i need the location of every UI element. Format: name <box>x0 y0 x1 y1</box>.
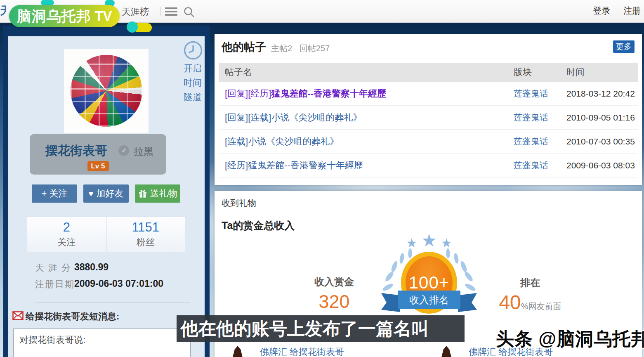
col-post-name: 帖子名 <box>225 66 514 78</box>
site-logo-partial: 天 <box>0 3 6 17</box>
income-column: 收入赏金 320 <box>293 275 375 312</box>
rank-label: 排在 <box>483 276 578 289</box>
gifts-title: 收到礼物 <box>222 197 256 209</box>
toutiao-watermark: 头条 @脑洞乌托邦 <box>496 327 644 351</box>
message-label-row: 给摆花街表哥发短消息: <box>12 310 194 323</box>
register-date-value: 2009-06-03 07:01:00 <box>74 278 163 289</box>
following-stat[interactable]: 2 关注 <box>27 217 106 253</box>
send-message-label: 给摆花街表哥发短消息: <box>26 310 119 323</box>
message-input-box <box>13 329 191 357</box>
gift-icon <box>138 189 147 198</box>
table-row: [回复][经历]猛鬼差館--香港警察十年經歷 莲蓬鬼话 2018-03-12 2… <box>219 82 638 106</box>
level-badge: Lv 5 <box>87 161 109 171</box>
follow-button[interactable]: + 关注 <box>32 184 77 203</box>
heart-icon: ♥ <box>89 189 94 199</box>
profile-actions: + 关注 ♥ 加好友 送礼物 <box>8 184 205 203</box>
login-link[interactable]: 登录 <box>593 6 610 15</box>
envelope-icon <box>12 311 24 320</box>
posts-table-body: [回复][经历]猛鬼差館--香港警察十年經歷 莲蓬鬼话 2018-03-12 2… <box>219 82 638 177</box>
profile-sidebar-frame: 开启 时间 隧道 摆花街表哥 ♂ 拉黑 Lv 5 + 关注 ♥ 加好友 <box>3 26 210 357</box>
post-title-link[interactable]: [连载]小说《尖沙咀的葬礼》 <box>225 135 514 148</box>
main-posts-count: 主帖2 <box>271 43 292 54</box>
rank-suffix: %网友前面 <box>521 302 561 311</box>
board-link[interactable]: 莲蓬鬼话 <box>514 160 566 171</box>
nav-divider <box>160 7 160 16</box>
amulet-icon <box>441 346 452 357</box>
username-plate: 摆花街表哥 ♂ 拉黑 Lv 5 <box>30 134 166 175</box>
search-icon[interactable] <box>183 6 195 18</box>
board-link[interactable]: 莲蓬鬼话 <box>514 88 566 99</box>
income-rank-badge: ★★★ <box>380 232 479 319</box>
menu-icon[interactable] <box>165 7 177 17</box>
follow-stats: 2 关注 1151 粉丝 <box>27 217 185 253</box>
profile-sidebar: 开启 时间 隧道 摆花街表哥 ♂ 拉黑 Lv 5 + 关注 ♥ 加好友 <box>8 36 205 357</box>
posts-title: 他的帖子 <box>222 40 266 54</box>
income-rank-ribbon: 收入排名 <box>398 291 460 309</box>
tianya-rank-link[interactable]: 天涯榜 <box>122 6 149 18</box>
bounty-income-title: Ta的赏金总收入 <box>222 219 295 232</box>
rank-column: 排在 40%网友前面 <box>483 276 578 314</box>
post-time: 2018-03-12 20:42 <box>566 89 638 99</box>
sidebar-divider <box>35 302 190 303</box>
col-time: 时间 <box>566 66 638 78</box>
reply-posts-count: 回帖257 <box>300 43 330 54</box>
male-gender-icon: ♂ <box>118 145 129 156</box>
page: 天 天涯榜 登录 注册 脑洞乌托邦 TV <box>0 0 644 357</box>
time-tunnel-clock-icon[interactable] <box>183 40 203 60</box>
followers-stat[interactable]: 1151 粉丝 <box>106 217 185 253</box>
rank-line: 40%网友前面 <box>483 291 578 314</box>
board-link[interactable]: 莲蓬鬼话 <box>514 112 566 123</box>
post-title-link[interactable]: [回复][经历]猛鬼差館--香港警察十年經歷 <box>225 87 514 100</box>
auth-links: 登录 注册 <box>582 5 641 17</box>
table-row: [连载]小说《尖沙咀的葬礼》 莲蓬鬼话 2010-07-03 00:35 <box>219 130 638 154</box>
post-title-link[interactable]: [经历]猛鬼差館--香港警察十年經歷 <box>225 159 514 172</box>
posts-panel: 他的帖子 主帖2 回帖257 更多 帖子名 版块 时间 [回复][经历]猛鬼差館… <box>215 34 642 185</box>
posts-table-header: 帖子名 版块 时间 <box>219 63 638 82</box>
rank-value: 40 <box>499 291 521 313</box>
avatar <box>64 49 149 133</box>
gift-item-link[interactable]: 佛牌汇 给摆花街表哥 <box>260 346 344 357</box>
username: 摆花街表哥 <box>45 142 107 159</box>
post-time: 2009-06-03 08:03 <box>566 161 638 170</box>
amulet-icon <box>232 346 243 357</box>
post-title-link[interactable]: [回复][连载]小说《尖沙咀的葬礼》 <box>225 111 514 124</box>
register-link[interactable]: 注册 <box>623 6 641 15</box>
table-row: [经历]猛鬼差館--香港警察十年經歷 莲蓬鬼话 2009-06-03 08:03 <box>219 154 638 177</box>
post-time: 2010-07-03 00:35 <box>566 137 638 147</box>
table-row: [回复][连载]小说《尖沙咀的葬礼》 莲蓬鬼话 2010-09-05 01:16 <box>219 106 638 130</box>
income-value: 320 <box>293 291 375 312</box>
send-gift-button[interactable]: 送礼物 <box>135 184 180 203</box>
message-textarea[interactable] <box>14 329 190 357</box>
tianya-score-row: 天 涯 分 3880.99 <box>35 262 71 274</box>
video-subtitle: 他在他的账号上发布了一篇名叫 <box>177 315 465 342</box>
tianya-score-value: 3880.99 <box>74 262 109 273</box>
avatar-globe-flags <box>71 55 142 127</box>
register-date-row: 注册日期 2009-06-03 07:01:00 <box>35 278 75 291</box>
top-navbar: 天 天涯榜 登录 注册 <box>0 0 644 23</box>
gift-list-item: 佛牌汇 给摆花街表哥 <box>232 346 344 357</box>
add-friend-button[interactable]: ♥ 加好友 <box>83 184 129 203</box>
block-user-button[interactable]: 拉黑 <box>134 145 153 158</box>
col-board: 版块 <box>514 66 566 78</box>
post-time: 2010-09-05 01:16 <box>566 113 638 123</box>
badge-value: 100+ <box>409 273 450 293</box>
time-tunnel-toggle[interactable]: 开启 时间 隧道 <box>178 61 205 104</box>
income-label: 收入赏金 <box>293 275 375 288</box>
more-button[interactable]: 更多 <box>613 40 635 53</box>
board-link[interactable]: 莲蓬鬼话 <box>514 136 566 147</box>
